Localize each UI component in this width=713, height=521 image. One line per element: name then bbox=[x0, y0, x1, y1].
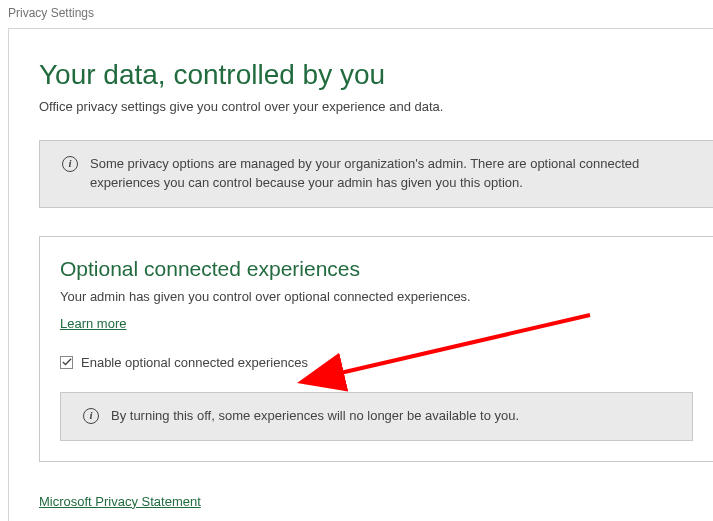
admin-banner: i Some privacy options are managed by yo… bbox=[39, 140, 713, 208]
enable-optional-checkbox-row[interactable]: Enable optional connected experiences bbox=[60, 355, 693, 370]
off-note-banner: i By turning this off, some experiences … bbox=[60, 392, 693, 441]
content-pane: Your data, controlled by you Office priv… bbox=[8, 28, 713, 521]
admin-banner-text: Some privacy options are managed by your… bbox=[90, 155, 699, 193]
off-note-text: By turning this off, some experiences wi… bbox=[111, 407, 519, 426]
learn-more-link[interactable]: Learn more bbox=[60, 316, 126, 331]
optional-desc: Your admin has given you control over op… bbox=[60, 289, 693, 304]
info-icon: i bbox=[62, 156, 78, 172]
optional-experiences-panel: Optional connected experiences Your admi… bbox=[39, 236, 713, 462]
page-title: Your data, controlled by you bbox=[39, 59, 713, 91]
check-icon bbox=[62, 357, 72, 367]
window-title: Privacy Settings bbox=[0, 0, 713, 28]
info-icon: i bbox=[83, 408, 99, 424]
enable-optional-label: Enable optional connected experiences bbox=[81, 355, 308, 370]
ms-privacy-statement-link[interactable]: Microsoft Privacy Statement bbox=[39, 494, 201, 509]
enable-optional-checkbox[interactable] bbox=[60, 356, 73, 369]
page-subtitle: Office privacy settings give you control… bbox=[39, 99, 713, 114]
optional-heading: Optional connected experiences bbox=[60, 257, 693, 281]
